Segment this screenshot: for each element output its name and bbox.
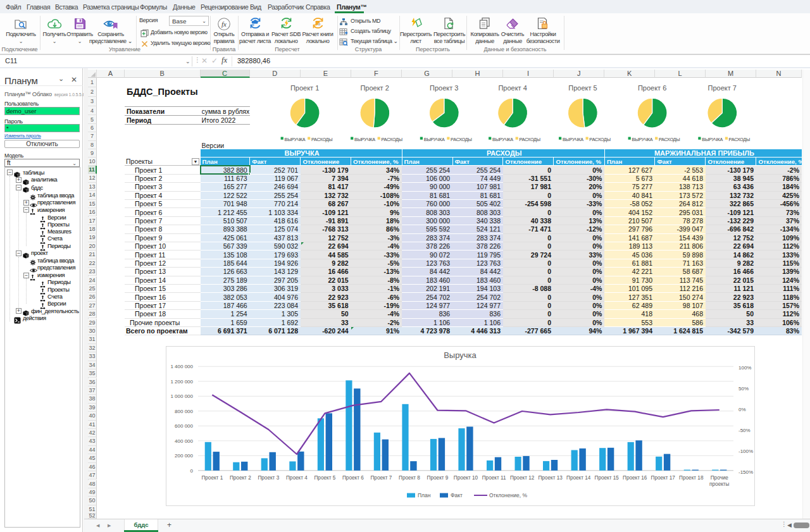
svg-text:Проект 5: Проект 5	[314, 475, 335, 481]
svg-text:Факт: Факт	[451, 492, 463, 498]
svg-text:ВЫРУЧКА: ВЫРУЧКА	[563, 137, 583, 142]
svg-text:Проект 15: Проект 15	[595, 475, 620, 481]
svg-text:План: План	[418, 492, 431, 498]
svg-text:Проект 13: Проект 13	[538, 475, 563, 481]
svg-text:РАСХОДЫ: РАСХОДЫ	[589, 137, 611, 142]
svg-text:ВЫРУЧКА: ВЫРУЧКА	[702, 137, 723, 142]
svg-text:Проект 1: Проект 1	[290, 84, 319, 92]
svg-text:РАСХОДЫ: РАСХОДЫ	[381, 137, 402, 142]
svg-text:Проект 6: Проект 6	[342, 475, 364, 481]
svg-text:ВЫРУЧКА: ВЫРУЧКА	[424, 137, 445, 142]
svg-text:200 000: 200 000	[175, 453, 193, 459]
svg-text:Проект 12: Проект 12	[510, 475, 535, 481]
svg-text:Проект 4: Проект 4	[286, 475, 308, 481]
svg-text:ВЫРУЧКА: ВЫРУЧКА	[285, 137, 306, 142]
svg-text:Прочие: Прочие	[711, 475, 729, 481]
svg-text:Проект 7: Проект 7	[708, 84, 737, 92]
svg-text:Проект 10: Проект 10	[454, 475, 478, 481]
svg-text:РАСХОДЫ: РАСХОДЫ	[311, 137, 333, 142]
svg-text:Отклонение, %: Отклонение, %	[489, 492, 527, 498]
svg-text:Проект 1: Проект 1	[201, 475, 223, 481]
svg-text:РАСХОДЫ: РАСХОДЫ	[519, 137, 540, 142]
svg-text:Проект 18: Проект 18	[679, 475, 704, 481]
svg-text:0: 0	[190, 468, 194, 474]
svg-text:Проект 17: Проект 17	[651, 475, 676, 481]
svg-text:800 000: 800 000	[175, 409, 193, 414]
svg-text:ВЫРУЧКА: ВЫРУЧКА	[354, 137, 375, 142]
svg-text:РАСХОДЫ: РАСХОДЫ	[729, 137, 751, 142]
svg-text:1 200 000: 1 200 000	[170, 379, 193, 385]
svg-text:Проект 7: Проект 7	[370, 475, 392, 481]
svg-text:Проект 2: Проект 2	[360, 84, 389, 92]
svg-text:РАСХОДЫ: РАСХОДЫ	[451, 137, 472, 142]
svg-text:ВЫРУЧКА: ВЫРУЧКА	[492, 137, 513, 142]
svg-text:50%: 50%	[738, 386, 749, 392]
svg-text:Выручка: Выручка	[444, 350, 477, 360]
svg-text:400 000: 400 000	[175, 438, 193, 444]
svg-text:Проект 14: Проект 14	[566, 475, 591, 481]
svg-text:ВЫРУЧКА: ВЫРУЧКА	[632, 137, 653, 142]
svg-text:Проект 11: Проект 11	[482, 475, 506, 481]
svg-text:1 000 000: 1 000 000	[170, 393, 193, 399]
svg-text:-50%: -50%	[738, 428, 751, 433]
svg-text:Проект 3: Проект 3	[258, 475, 279, 481]
svg-text:проекты: проекты	[709, 481, 730, 487]
svg-text:600 000: 600 000	[175, 423, 193, 429]
svg-text:fx: fx	[221, 20, 227, 28]
svg-text:1 400 000: 1 400 000	[170, 364, 193, 369]
svg-text:Проект 6: Проект 6	[638, 84, 666, 92]
svg-text:Проект 16: Проект 16	[623, 475, 647, 481]
svg-text:РАСХОДЫ: РАСХОДЫ	[659, 137, 680, 142]
svg-text:0%: 0%	[738, 407, 746, 412]
svg-text:Проект 2: Проект 2	[230, 475, 251, 481]
svg-text:-150%: -150%	[738, 469, 753, 475]
svg-text:-100%: -100%	[738, 448, 753, 454]
svg-text:100%: 100%	[738, 365, 751, 371]
svg-text:Проект 5: Проект 5	[568, 84, 597, 92]
svg-text:Проект 4: Проект 4	[498, 84, 526, 92]
svg-text:Проект 3: Проект 3	[430, 84, 458, 92]
svg-text:Проект 8: Проект 8	[399, 475, 420, 481]
svg-text:Проект 9: Проект 9	[427, 475, 449, 481]
